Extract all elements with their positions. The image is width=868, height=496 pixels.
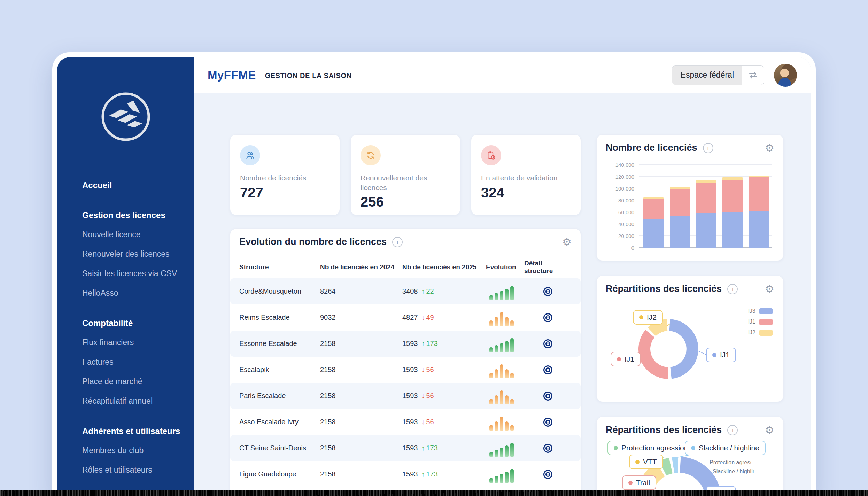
structure-name: Essonne Escalade xyxy=(239,340,320,348)
callout-slackline: Slackline / highline xyxy=(685,441,766,455)
brand-logo-text[interactable]: MyFFME xyxy=(208,69,256,82)
sidebar-item-nouvelle-licence[interactable]: Nouvelle licence xyxy=(82,229,180,240)
eye-icon[interactable] xyxy=(524,468,572,480)
table-row: Asso Escalade Ivry21581593↓56 xyxy=(230,409,581,435)
callout-protection-agression: Protection agression xyxy=(607,441,694,455)
licencies-2024: 2158 xyxy=(320,340,402,348)
workspace-switch-label[interactable]: Espace fédéral xyxy=(672,66,742,85)
donut1-legend: IJ3 IJ1 IJ2 xyxy=(748,308,773,340)
trend-minibar-chart xyxy=(486,440,517,457)
delta-value: 56 xyxy=(426,392,434,400)
callout-dot xyxy=(691,446,695,450)
app-window-inner: Accueil Gestion des licences Nouvelle li… xyxy=(57,57,811,491)
info-icon[interactable]: i xyxy=(703,143,713,153)
licencies-2024: 8264 xyxy=(320,287,402,295)
table-row: CT Seine Saint-Denis21581593↑173 xyxy=(230,435,581,461)
callout-dot xyxy=(614,446,618,450)
app-window: Accueil Gestion des licences Nouvelle li… xyxy=(52,52,816,496)
stacked-bar xyxy=(722,177,743,248)
eye-icon[interactable] xyxy=(524,390,572,402)
arrow-down-icon: ↓ xyxy=(421,418,425,426)
table-row: Escalapik21581593↓56 xyxy=(230,357,581,383)
sidebar-item-saisir-csv[interactable]: Saisir les licences via CSV xyxy=(82,268,180,279)
sidebar-item-roles-utilisateurs[interactable]: Rôles et utilisateurs xyxy=(82,465,180,475)
kpi-card-licencies: Nombre de licenciés 727 xyxy=(230,134,340,215)
eye-icon[interactable] xyxy=(524,312,572,324)
eye-icon[interactable] xyxy=(524,442,572,454)
ffme-logo xyxy=(100,91,152,143)
workspace-switch-button[interactable]: Espace fédéral xyxy=(672,65,764,85)
kpi-value: 256 xyxy=(361,194,450,210)
arrow-down-icon: ↓ xyxy=(421,392,425,400)
callout-dot xyxy=(639,315,643,319)
arrow-down-icon: ↓ xyxy=(421,313,425,321)
kpi-card-renouvellement: Renouvellement des licences 256 xyxy=(350,134,460,215)
sidebar-item-renouveler-licences[interactable]: Renouveler des licences xyxy=(82,249,180,259)
app-subtitle: GESTION DE LA SAISON xyxy=(265,72,352,80)
bar-card-title: Nombre de licenciés xyxy=(606,142,697,153)
evolution-delta: ↑173 xyxy=(421,444,438,452)
licencies-2024: 2158 xyxy=(320,470,402,478)
col-evolution: Evolution xyxy=(486,263,524,271)
licencies-2024: 2158 xyxy=(320,366,402,374)
swap-icon[interactable] xyxy=(742,66,764,85)
callout-label: IJ1 xyxy=(720,351,730,359)
table-row: Reims Escalade90324827↓49 xyxy=(230,304,581,331)
table-header-row: Structure Nb de licenciés en 2024 Nb de … xyxy=(230,256,581,278)
col-2024: Nb de licenciés en 2024 xyxy=(320,263,402,271)
table-row: Ligue Guadeloupe21581593↑173 xyxy=(230,461,581,487)
eye-icon[interactable] xyxy=(524,364,572,376)
arrow-up-icon: ↑ xyxy=(421,340,425,348)
stacked-bar xyxy=(696,180,716,248)
licencies-2025: 3408 xyxy=(402,287,418,295)
kpi-label: En attente de validation xyxy=(481,173,571,183)
licencies-2025: 1593 xyxy=(402,392,418,400)
sidebar-nav: Accueil Gestion des licences Nouvelle li… xyxy=(57,180,194,491)
licencies-2025: 1593 xyxy=(402,340,418,348)
gear-icon[interactable]: ⚙ xyxy=(562,236,572,248)
gear-icon[interactable]: ⚙ xyxy=(765,142,774,154)
info-icon[interactable]: i xyxy=(392,237,403,247)
callout-dot xyxy=(628,481,633,485)
eye-icon[interactable] xyxy=(524,338,572,350)
bar-card-header: Nombre de licenciés i ⚙ xyxy=(597,135,783,160)
delta-value: 56 xyxy=(426,366,434,374)
sidebar-item-flux-financiers[interactable]: Flux financiers xyxy=(82,337,180,348)
legend-row: IJ1 xyxy=(748,319,773,325)
callout-ij1-blue: IJ1 xyxy=(706,348,736,362)
licencies-bar-plot: 020,00040,00060,00080,000100,000120,0001… xyxy=(603,163,774,257)
sidebar-item-factures[interactable]: Factures xyxy=(82,357,180,367)
evolution-delta: ↓56 xyxy=(421,418,434,426)
callout-ij2: IJ2 xyxy=(633,310,663,325)
eye-icon[interactable] xyxy=(524,286,572,297)
callout-ij1-red: IJ1 xyxy=(611,352,641,366)
sidebar-item-recapitulatif-annuel[interactable]: Récapitulatif annuel xyxy=(82,396,180,406)
licencies-2024: 2158 xyxy=(320,444,402,452)
sidebar-item-place-de-marche[interactable]: Place de marché xyxy=(82,376,180,387)
delta-value: 173 xyxy=(426,340,438,348)
kpi-value: 324 xyxy=(481,185,571,201)
user-avatar[interactable] xyxy=(774,64,797,87)
repartition-card-2: Répartitions des licenciés i ⚙ Protectio… xyxy=(596,417,784,491)
table-body: Corde&Mousqueton82643408↑22Reims Escalad… xyxy=(230,278,581,487)
kpi-label: Nombre de licenciés xyxy=(240,173,330,183)
callout-dot xyxy=(617,357,621,361)
callout-dot xyxy=(712,353,716,357)
table-row: Essonne Escalade21581593↑173 xyxy=(230,331,581,357)
stacked-bar xyxy=(749,176,769,248)
section-title: Gestion des licences xyxy=(82,210,180,220)
structure-name: Escalapik xyxy=(239,366,320,374)
table-title: Evolution du nombre de licences xyxy=(239,237,387,247)
callout-label: IJ2 xyxy=(647,313,657,321)
evolution-delta: ↓56 xyxy=(421,392,434,400)
trend-minibar-chart xyxy=(486,414,517,431)
sidebar-item-membres-du-club[interactable]: Membres du club xyxy=(82,445,180,456)
divider xyxy=(597,160,783,160)
sidebar-item-accueil[interactable]: Accueil xyxy=(82,180,180,190)
sidebar-item-helloasso[interactable]: HelloAsso xyxy=(82,288,180,298)
sidebar-section-comptabilite: Comptabilité Flux financiers Factures Pl… xyxy=(82,318,180,406)
donut2-side-label: Slackline / highline xyxy=(713,468,754,475)
eye-icon[interactable] xyxy=(524,416,572,428)
table-row: Paris Escalade21581593↓56 xyxy=(230,383,581,409)
callout-label: IJ1 xyxy=(625,355,634,363)
